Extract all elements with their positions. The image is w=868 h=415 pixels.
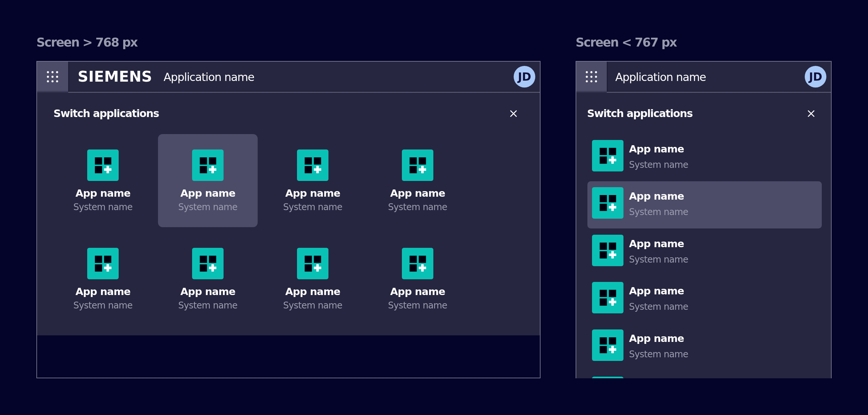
app-switch-grid-icon (586, 71, 597, 82)
system-name-label: System name (368, 300, 467, 311)
app-tile-icon (402, 150, 433, 181)
app-switch-grid-icon (47, 71, 58, 82)
system-name-label: System name (158, 201, 258, 212)
panel-title: Switch applications (54, 107, 159, 120)
application-name: Application name (163, 70, 254, 84)
app-list-item[interactable]: App nameSystem name (587, 323, 822, 371)
app-tile-icon (592, 329, 623, 361)
desktop-window: SIEMENS Application name JD Switch appli… (36, 61, 540, 378)
app-tile-icon (592, 377, 623, 378)
mobile-window: Application name JD Switch applications … (576, 61, 832, 378)
app-switch-button[interactable] (576, 62, 608, 93)
system-name-label: System name (629, 349, 688, 359)
app-tile-icon (592, 140, 623, 171)
app-tile-icon (87, 150, 119, 181)
system-name-label: System name (53, 300, 153, 311)
app-name-label: App name (158, 286, 258, 297)
app-tile-icon (592, 187, 623, 219)
breakpoint-label-mobile: Screen < 767 px (576, 35, 677, 50)
app-name-label: App name (53, 187, 153, 199)
siemens-logo: SIEMENS (78, 68, 152, 85)
app-tile-icon (192, 248, 223, 279)
app-list-item[interactable]: App nameSystem name (587, 371, 822, 378)
system-name-label: System name (629, 206, 688, 217)
app-tile-icon (297, 248, 329, 279)
app-tile-icon (592, 282, 623, 313)
app-tile-active[interactable]: App nameSystem name (158, 134, 258, 227)
system-name-label: System name (629, 254, 688, 264)
app-name-label: App name (263, 187, 363, 199)
app-switch-button[interactable] (37, 62, 69, 93)
system-name-label: System name (53, 201, 153, 212)
app-name-label: App name (53, 286, 153, 297)
breakpoint-label-desktop: Screen > 768 px (36, 35, 137, 50)
close-button[interactable] (505, 105, 521, 121)
design-spec-canvas: Screen > 768 px Screen < 767 px SIEMENS … (0, 0, 868, 415)
system-name-label: System name (629, 301, 688, 312)
app-list-item-active[interactable]: App nameSystem name (587, 181, 822, 228)
app-name-label: App name (629, 143, 684, 155)
app-tile[interactable]: App nameSystem name (368, 232, 467, 325)
panel-title: Switch applications (587, 107, 692, 120)
app-name-label: App name (629, 190, 684, 202)
system-name-label: System name (629, 159, 688, 170)
user-avatar[interactable]: JD (805, 66, 826, 88)
app-tile[interactable]: App nameSystem name (158, 232, 258, 325)
close-icon (808, 110, 814, 117)
app-header: Application name JD (576, 62, 831, 93)
switch-applications-panel: Switch applications App nameSystem name … (576, 93, 831, 378)
switch-applications-panel: Switch applications App nameSystem name … (37, 93, 540, 336)
app-tile[interactable]: App nameSystem name (263, 232, 363, 325)
app-name-label: App name (629, 238, 684, 250)
app-list-item[interactable]: App nameSystem name (587, 134, 822, 181)
user-avatar[interactable]: JD (514, 66, 535, 88)
app-tile[interactable]: App nameSystem name (368, 134, 467, 227)
app-header: SIEMENS Application name JD (37, 62, 540, 93)
close-icon (510, 110, 517, 117)
system-name-label: System name (158, 300, 258, 311)
application-name: Application name (615, 70, 706, 84)
app-tile-icon (297, 150, 329, 181)
system-name-label: System name (368, 201, 467, 212)
app-name-label: App name (158, 187, 258, 199)
system-name-label: System name (263, 201, 363, 212)
app-name-label: App name (368, 286, 467, 297)
app-name-label: App name (629, 332, 684, 344)
app-tile[interactable]: App nameSystem name (263, 134, 363, 227)
app-tile-icon (402, 248, 433, 279)
app-tile-icon (592, 235, 623, 266)
system-name-label: System name (263, 300, 363, 311)
app-name-label: App name (263, 286, 363, 297)
app-tile-icon (192, 150, 223, 181)
app-tile[interactable]: App nameSystem name (53, 232, 153, 325)
app-list-item[interactable]: App nameSystem name (587, 229, 822, 276)
app-tile-icon (87, 248, 119, 279)
app-name-label: App name (629, 285, 684, 297)
close-button[interactable] (803, 105, 819, 121)
app-tile[interactable]: App nameSystem name (53, 134, 153, 227)
app-list-item[interactable]: App nameSystem name (587, 276, 822, 323)
app-name-label: App name (368, 187, 467, 199)
